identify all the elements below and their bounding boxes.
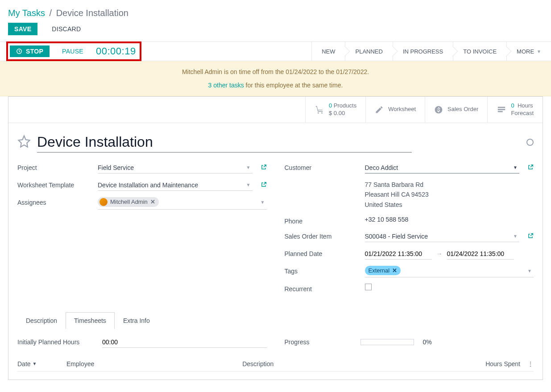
col-date[interactable]: Date ▼ (17, 360, 66, 367)
customer-address: 77 Santa Barbara Rd Pleasant Hill CA 945… (365, 180, 429, 210)
label-phone: Phone (285, 216, 360, 225)
tab-content-timesheets: Initially Planned Hours Progress 0% Date… (8, 329, 543, 380)
tag-external[interactable]: External ✕ (365, 266, 401, 275)
timer-highlight: STOP PAUSE 00:00:19 (6, 41, 141, 61)
caret-down-icon: ▼ (527, 268, 532, 273)
planned-hours-input[interactable] (102, 337, 267, 348)
col-description[interactable]: Description (242, 360, 462, 367)
col-hours[interactable]: Hours Spent (462, 360, 520, 367)
svg-point-1 (318, 112, 319, 114)
tab-bar: Description Timesheets Extra Info (8, 312, 543, 329)
label-tags: Tags (285, 266, 360, 275)
timer-display: 00:00:19 (96, 45, 136, 57)
alert-banner: Mitchell Admin is on time off from the 0… (0, 61, 551, 96)
remove-assignee-icon[interactable]: ✕ (150, 198, 155, 205)
project-input[interactable] (98, 162, 253, 173)
table-menu-icon[interactable]: ⋮ (520, 360, 534, 367)
stage-bar: NEW PLANNED IN PROGRESS TO INVOICE MORE▼ (311, 42, 551, 61)
so-external-link[interactable] (527, 231, 534, 240)
label-planned-date: Planned Date (285, 248, 360, 257)
label-assignees: Assignees (17, 197, 93, 206)
discard-button[interactable]: DISCARD (46, 23, 87, 35)
action-row: SAVE DISCARD (0, 23, 551, 41)
task-title-input[interactable] (37, 132, 412, 153)
recurrent-checkbox[interactable] (365, 284, 372, 290)
stat-worksheet[interactable]: Worksheet (365, 97, 425, 123)
breadcrumb-separator: / (50, 8, 52, 18)
priority-toggle[interactable] (526, 139, 534, 146)
label-worksheet-template: Worksheet Template (17, 180, 93, 189)
label-planned-hours: Initially Planned Hours (17, 338, 93, 346)
progress-bar (360, 339, 414, 345)
clock-icon (16, 48, 22, 54)
tab-extra-info[interactable]: Extra Info (115, 312, 158, 329)
stat-forecast[interactable]: 0 HoursForecast (487, 97, 543, 123)
stat-buttons: 0 Products$ 0.00 Worksheet Sales Order 0… (8, 97, 543, 123)
stat-sales-order[interactable]: Sales Order (425, 97, 487, 123)
sort-caret-icon: ▼ (33, 361, 37, 366)
project-external-link[interactable] (261, 162, 267, 172)
stage-to-invoice[interactable]: TO INVOICE (453, 42, 506, 61)
label-progress: Progress (285, 338, 352, 346)
col-employee[interactable]: Employee (66, 360, 242, 367)
arrow-right-icon: → (436, 250, 443, 257)
assignee-tag[interactable]: Mitchell Admin ✕ (98, 197, 159, 207)
stop-button[interactable]: STOP (10, 45, 50, 57)
timesheet-table-header: Date ▼ Employee Description Hours Spent … (17, 357, 534, 371)
label-project: Project (17, 162, 93, 171)
progress-value: 0% (423, 338, 432, 346)
customer-external-link[interactable] (527, 162, 534, 172)
worksheet-template-input[interactable] (98, 180, 253, 191)
caret-down-icon: ▼ (537, 49, 541, 54)
stage-new[interactable]: NEW (311, 42, 345, 61)
label-customer: Customer (285, 162, 360, 171)
label-sales-order-item: Sales Order Item (285, 231, 360, 240)
date-from-input[interactable] (365, 248, 432, 260)
label-recurrent: Recurrent (285, 284, 360, 293)
breadcrumb-current: Device Installation (56, 8, 128, 18)
tab-timesheets[interactable]: Timesheets (66, 312, 115, 329)
star-icon[interactable] (17, 135, 31, 149)
stage-planned[interactable]: PLANNED (345, 42, 392, 61)
worksheet-external-link[interactable] (261, 180, 267, 189)
customer-input[interactable] (365, 162, 520, 173)
dollar-icon (434, 105, 443, 114)
breadcrumb-parent[interactable]: My Tasks (8, 8, 45, 18)
pencil-icon (375, 105, 384, 114)
cart-icon (315, 105, 324, 115)
avatar-icon (99, 198, 108, 206)
remove-tag-icon[interactable]: ✕ (392, 267, 397, 274)
sales-order-item-input[interactable] (365, 231, 520, 242)
list-icon (497, 105, 506, 115)
pause-button[interactable]: PAUSE (56, 45, 90, 58)
date-to-input[interactable] (447, 248, 514, 260)
tab-description[interactable]: Description (17, 312, 66, 329)
form-grid: Project ▼ Worksheet Template ▼ Assignees… (8, 158, 543, 312)
phone-value: +32 10 588 558 (365, 216, 409, 223)
save-button[interactable]: SAVE (8, 23, 37, 35)
other-tasks-link[interactable]: 3 other tasks (208, 82, 244, 89)
svg-point-2 (321, 112, 323, 114)
stage-more[interactable]: MORE▼ (506, 42, 551, 61)
form-sheet: 0 Products$ 0.00 Worksheet Sales Order 0… (8, 96, 543, 380)
caret-down-icon: ▼ (261, 200, 265, 205)
title-row (8, 123, 543, 158)
stat-products[interactable]: 0 Products$ 0.00 (305, 97, 365, 123)
stage-in-progress[interactable]: IN PROGRESS (393, 42, 453, 61)
control-bar: STOP PAUSE 00:00:19 NEW PLANNED IN PROGR… (0, 41, 551, 61)
breadcrumb: My Tasks / Device Installation (0, 0, 551, 23)
